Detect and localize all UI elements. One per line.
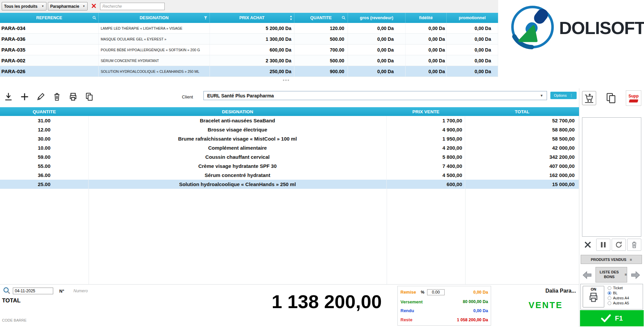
splitter-grip[interactable] (283, 80, 289, 81)
column-header-label: fidélité (419, 16, 432, 20)
sale-column-prix-vente[interactable]: PRIX VENTE (387, 107, 465, 116)
ticket-list-panel[interactable] (582, 117, 641, 237)
copy-icon (605, 92, 617, 104)
hamburger-icon: ≡ (625, 272, 627, 277)
supp-label: Supp (629, 94, 639, 98)
chevron-down-icon: ▼ (41, 5, 44, 8)
print-option-label: Autres A5 (613, 301, 629, 305)
client-dropdown[interactable]: EURL Santé Plus Parapharma ▼ (203, 91, 547, 100)
radio-icon (608, 296, 611, 300)
cancel-ticket-button[interactable] (581, 239, 595, 251)
product-table-header: REFERENCE DESIGNATION PRIX ACHAT QUANTIT… (0, 13, 498, 23)
sale-row[interactable]: 10.00Complément alimentaire4 200,0042 00… (0, 143, 579, 152)
column-header-reference[interactable]: REFERENCE (0, 13, 99, 23)
print-option-autres-a4[interactable]: Autres A4 (608, 296, 629, 300)
add-to-cart-button[interactable] (582, 91, 596, 105)
sale-row[interactable]: 12.00Brosse visage électrique4 900,0058 … (0, 125, 579, 134)
ticket-control-row (581, 239, 641, 251)
product-row-cell-promotionnel: 0,00 Da (447, 34, 498, 44)
product-row-cell-gros: 0,00 Da (348, 34, 406, 44)
column-header-designation[interactable]: DESIGNATION (99, 13, 210, 23)
sale-row[interactable]: 25.00Solution hydroalcoolique « CleanHan… (0, 180, 579, 189)
right-sidebar: Supp PRODUITS VENDUS ≡ LISTE DES BONS ≡ (579, 88, 644, 327)
dolisoft-logo: DOLISOFT (506, 1, 644, 55)
sale-row[interactable]: 36.00Sérum concentré hydratant4 500,0016… (0, 171, 579, 180)
supp-button[interactable]: Supp (626, 90, 641, 106)
sale-row[interactable]: 59.00Coussin chauffant cervical5 800,003… (0, 152, 579, 161)
cart-plus-icon (584, 93, 594, 103)
refresh-button[interactable] (612, 239, 626, 251)
arrow-right-icon (630, 271, 641, 279)
printer-toggle-button[interactable]: ON (583, 286, 604, 307)
date-input[interactable] (13, 288, 53, 294)
print-option-autres-a5[interactable]: Autres A5 (608, 301, 629, 305)
search-icon[interactable] (92, 16, 97, 20)
sale-column-quantite[interactable]: QUANTITE (0, 107, 89, 116)
print-option-label: Autres A4 (613, 296, 629, 300)
search-ticket-icon[interactable] (3, 287, 11, 296)
radio-icon (608, 291, 611, 295)
remise-input[interactable] (427, 289, 445, 295)
category-filter-dropdown[interactable]: Parapharmacie ▼ (48, 2, 88, 10)
previous-bon-button[interactable] (580, 269, 594, 281)
import-button[interactable] (2, 90, 15, 104)
sale-column-designation[interactable]: DESIGNATION (89, 107, 387, 116)
copy-icon (85, 92, 94, 101)
sale-row-cell-prix_vente: 600,00 (387, 180, 465, 189)
sale-row-cell-total: 162 000,00 (465, 171, 579, 180)
delete-button[interactable] (51, 90, 63, 104)
sale-row-cell-prix_vente: 4 500,00 (387, 171, 465, 180)
validate-f1-button[interactable]: F1 (580, 310, 644, 326)
sale-row[interactable]: 31.00Bracelet anti-nausées SeaBand1 700,… (0, 116, 579, 125)
column-header-prix-achat[interactable]: PRIX ACHAT (210, 13, 294, 23)
category-filter-value: Parapharmacie (50, 4, 79, 9)
sale-row-cell-prix_vente: 7 400,00 (387, 161, 465, 171)
product-row[interactable]: PARA-035POUDRE BÉBÉ HYPOALLERGÉNIQUE « S… (0, 44, 498, 55)
options-button[interactable]: Options ⋮ (550, 92, 577, 99)
filter-funnel-icon[interactable] (203, 16, 208, 20)
sale-row-cell-designation: Bracelet anti-nausées SeaBand (89, 116, 387, 125)
options-button-label: Options (554, 93, 567, 97)
edit-button[interactable] (34, 90, 47, 104)
produits-vendus-button[interactable]: PRODUITS VENDUS ≡ (581, 255, 642, 264)
sale-row-cell-quantite: 10.00 (0, 143, 89, 152)
product-row[interactable]: PARA-002SÉRUM CONCENTRÉ HYDRATANT2 300,0… (0, 55, 498, 66)
product-row-cell-gros: 0,00 Da (348, 44, 406, 55)
trash-icon (631, 241, 638, 249)
print-option-ticket[interactable]: Ticket (608, 286, 629, 290)
trash-icon (53, 92, 61, 101)
product-row-cell-reference: PARA-026 (0, 66, 99, 77)
clear-ticket-button[interactable] (627, 239, 641, 251)
product-filter-dropdown[interactable]: Tous les produits ▼ (2, 2, 46, 10)
clear-filter-button[interactable] (91, 3, 96, 9)
sale-column-total[interactable]: TOTAL (465, 107, 579, 116)
product-filter-value: Tous les produits (4, 4, 37, 9)
column-header-quantite[interactable]: QUANTITE (294, 13, 348, 23)
search-input[interactable] (100, 3, 165, 10)
search-icon[interactable] (342, 16, 346, 20)
print-button[interactable] (67, 90, 79, 104)
column-header-promotionnel[interactable]: promotionnel (447, 13, 498, 23)
column-header-fidelite[interactable]: fidélité (406, 13, 447, 23)
add-button[interactable] (18, 90, 31, 104)
next-bon-button[interactable] (629, 269, 643, 281)
product-row[interactable]: PARA-034LAMPE LED THÉRAPIE « LIGHTTHERA … (0, 23, 498, 34)
numero-input[interactable] (73, 288, 117, 294)
sale-row-cell-quantite: 59.00 (0, 152, 89, 161)
product-row-cell-fidelite: 0,00 Da (406, 55, 447, 66)
sale-row[interactable]: 30.00Brume rafraîchissante visage « Mist… (0, 134, 579, 143)
sort-arrows-icon[interactable] (290, 16, 292, 20)
duplicate-button[interactable] (83, 90, 96, 104)
rendu-label: Rendu (400, 308, 414, 313)
copy-ticket-button[interactable] (604, 92, 618, 105)
sale-row-cell-total: 58 500,00 (465, 134, 579, 143)
print-option-bl[interactable]: BL (608, 291, 629, 295)
refresh-icon (615, 241, 622, 248)
hold-ticket-button[interactable] (596, 239, 610, 251)
liste-des-bons-button[interactable]: LISTE DES BONS ≡ (595, 267, 627, 283)
sale-row[interactable]: 55.00Crème visage hydratante SPF 307 400… (0, 161, 579, 171)
product-row[interactable]: PARA-036MASQUE OCULAIRE GEL « EYEREST »1… (0, 34, 498, 44)
product-row[interactable]: PARA-026SOLUTION HYDROALCOOLIQUE « CLEAN… (0, 66, 498, 77)
reste-row: Reste 1 058 200,00 Da (400, 317, 488, 322)
column-header-gros[interactable]: gros (revendeur) (348, 13, 406, 23)
